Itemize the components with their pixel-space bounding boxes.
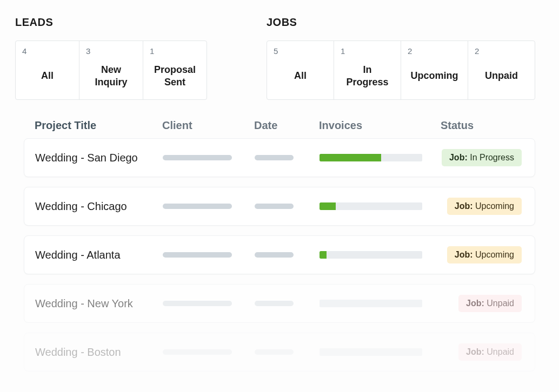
invoice-progress [320,300,422,307]
cell-status: Job: In Progress [441,149,524,166]
date-placeholder [255,204,294,209]
date-placeholder [255,252,294,258]
jobs-cat-label: In Progress [341,58,394,99]
invoice-progress [320,251,422,259]
cell-date [255,252,320,258]
status-prefix: Job: [449,153,468,162]
jobs-cat-count: 2 [408,46,461,56]
cell-status: Job: Unpaid [441,295,524,312]
leads-cat-all[interactable]: 4 All [15,40,79,100]
status-badge: Job: Unpaid [458,295,522,312]
col-header-invoices[interactable]: Invoices [319,119,441,132]
cell-project-title: Wedding - New York [35,298,163,310]
cell-date [255,349,320,355]
leads-cat-label: All [22,58,72,99]
jobs-cat-unpaid[interactable]: 2 Unpaid [468,40,535,100]
cell-date [255,155,320,160]
jobs-cats: 5 All 1 In Progress 2 Upcoming 2 Unpaid [267,40,535,100]
table-row[interactable]: Wedding - ChicagoJob: Upcoming [24,187,535,226]
cell-status: Job: Upcoming [441,246,524,263]
leads-cat-label: New Inquiry [86,58,136,99]
cell-status: Job: Unpaid [441,343,524,361]
cell-client [163,252,255,258]
cell-invoices [320,348,441,356]
status-text: In Progress [468,153,514,162]
client-placeholder [163,301,232,306]
cell-client [163,301,255,306]
status-badge: Job: Upcoming [447,198,522,215]
cell-invoices [320,251,441,259]
jobs-cat-in-progress[interactable]: 1 In Progress [334,40,401,100]
cell-date [255,204,320,209]
leads-cat-count: 1 [150,46,200,56]
cell-date [255,301,320,306]
client-placeholder [163,155,232,160]
cell-client [163,349,255,355]
invoice-progress-fill [320,202,336,210]
client-placeholder [163,349,232,355]
date-placeholder [255,349,294,355]
table-row[interactable]: Wedding - New YorkJob: Unpaid [24,284,535,323]
client-placeholder [163,252,232,258]
jobs-cat-count: 1 [341,46,394,56]
cell-invoices [320,154,441,161]
status-text: Upcoming [473,250,514,259]
col-header-status[interactable]: Status [441,119,524,132]
jobs-cat-label: All [274,58,327,99]
leads-section: LEADS 4 All 3 New Inquiry 1 Proposal Sen… [15,16,207,100]
date-placeholder [255,155,294,160]
cell-client [163,204,255,209]
table-row[interactable]: Wedding - AtlantaJob: Upcoming [24,235,535,274]
status-text: Unpaid [484,299,514,308]
status-prefix: Job: [466,347,484,356]
leads-cat-count: 4 [22,46,72,56]
jobs-title: JOBS [267,16,535,29]
leads-cat-count: 3 [86,46,136,56]
jobs-cat-label: Upcoming [408,58,461,99]
date-placeholder [255,301,294,306]
table-row[interactable]: Wedding - BostonJob: Unpaid [24,333,535,371]
leads-cat-new-inquiry[interactable]: 3 New Inquiry [79,40,143,100]
cell-invoices [320,202,441,210]
status-prefix: Job: [455,250,473,259]
leads-cat-label: Proposal Sent [150,58,200,99]
col-header-title[interactable]: Project Title [35,119,162,132]
table-row[interactable]: Wedding - San DiegoJob: In Progress [24,138,535,177]
invoice-progress [320,348,422,356]
col-header-date[interactable]: Date [254,119,319,132]
leads-cat-proposal-sent[interactable]: 1 Proposal Sent [143,40,207,100]
cell-project-title: Wedding - San Diego [35,152,163,164]
cell-project-title: Wedding - Atlanta [35,249,163,261]
status-badge: Job: Upcoming [447,246,522,263]
invoice-progress-fill [320,251,327,259]
jobs-cat-label: Unpaid [475,58,528,99]
jobs-section: JOBS 5 All 1 In Progress 2 Upcoming 2 Un… [267,16,535,100]
jobs-cat-count: 2 [475,46,528,56]
projects-table: Project Title Client Date Invoices Statu… [15,119,544,371]
status-badge: Job: In Progress [442,149,522,166]
client-placeholder [163,204,232,209]
jobs-cat-upcoming[interactable]: 2 Upcoming [401,40,468,100]
jobs-cat-all[interactable]: 5 All [267,40,334,100]
invoice-progress [320,154,422,161]
leads-cats: 4 All 3 New Inquiry 1 Proposal Sent [15,40,207,100]
status-text: Unpaid [484,347,514,356]
jobs-cat-count: 5 [274,46,327,56]
invoice-progress [320,202,422,210]
leads-title: LEADS [15,16,207,29]
cell-invoices [320,300,441,307]
status-prefix: Job: [466,299,484,308]
cell-project-title: Wedding - Chicago [35,200,163,213]
cell-client [163,155,255,160]
cell-project-title: Wedding - Boston [35,346,163,359]
cell-status: Job: Upcoming [441,198,524,215]
status-text: Upcoming [473,201,514,211]
invoice-progress-fill [320,154,381,161]
status-badge: Job: Unpaid [458,343,522,361]
table-header: Project Title Client Date Invoices Statu… [24,119,535,138]
col-header-client[interactable]: Client [162,119,254,132]
status-prefix: Job: [455,201,473,211]
